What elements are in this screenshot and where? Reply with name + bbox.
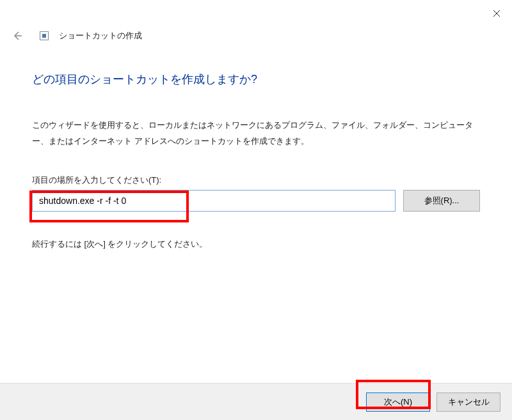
- continue-instruction: 続行するには [次へ] をクリックしてください。: [32, 238, 480, 250]
- window-title: ショートカットの作成: [59, 30, 142, 42]
- wizard-description: このウィザードを使用すると、ローカルまたはネットワークにあるプログラム、ファイル…: [32, 118, 480, 149]
- browse-button[interactable]: 参照(R)...: [403, 190, 480, 212]
- path-input[interactable]: [32, 190, 396, 212]
- input-row: 参照(R)...: [32, 190, 480, 212]
- cancel-button[interactable]: キャンセル: [436, 393, 500, 412]
- content-area: どの項目のショートカットを作成しますか? このウィザードを使用すると、ローカルま…: [0, 46, 512, 250]
- main-heading: どの項目のショートカットを作成しますか?: [32, 72, 480, 87]
- back-arrow-icon: [12, 30, 23, 42]
- header-row: ショートカットの作成: [0, 26, 512, 46]
- path-field-label: 項目の場所を入力してください(T):: [32, 175, 480, 186]
- shortcut-icon: [40, 31, 49, 40]
- next-button[interactable]: 次へ(N): [366, 393, 430, 412]
- button-bar: 次へ(N) キャンセル: [0, 383, 512, 420]
- close-icon: [493, 10, 500, 17]
- back-button[interactable]: [12, 30, 23, 42]
- close-button[interactable]: [482, 4, 511, 23]
- titlebar: [0, 0, 512, 26]
